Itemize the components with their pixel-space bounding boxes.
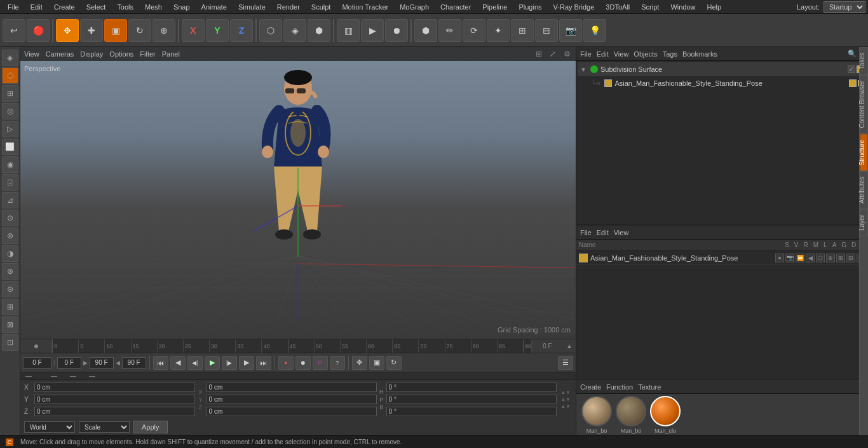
mat-menu-function[interactable]: Function — [606, 383, 633, 391]
om-search-icon[interactable]: 🔍 — [848, 50, 857, 58]
end-frame-input[interactable] — [90, 357, 114, 369]
deform-button[interactable]: ⟳ — [463, 19, 485, 42]
render-button[interactable]: ▶ — [361, 19, 384, 42]
start-frame-input[interactable] — [57, 357, 81, 369]
rotate-tool-button[interactable]: ↻ — [128, 19, 151, 42]
om-menu-bookmarks[interactable]: Bookmarks — [682, 50, 717, 58]
sidebar-tool11-button[interactable]: ⊚ — [2, 227, 18, 244]
axis-z-button[interactable]: Z — [230, 19, 253, 42]
menu-help[interactable]: Help — [702, 2, 727, 12]
vtab-structure[interactable]: Structure — [860, 134, 868, 172]
menu-edit[interactable]: Edit — [25, 2, 48, 12]
apply-button[interactable]: Apply — [133, 421, 168, 433]
autokey-button[interactable]: P — [313, 356, 328, 370]
box-tool-button[interactable]: ▣ — [104, 19, 127, 42]
paint-button[interactable]: ✏ — [438, 19, 461, 42]
menu-vray[interactable]: V-Ray Bridge — [548, 2, 600, 12]
sidebar-tool16-button[interactable]: ⊠ — [2, 316, 18, 333]
timeline[interactable]: 0 5 10 15 20 25 30 35 40 45 50 55 — [20, 339, 576, 353]
om-menu-view[interactable]: View — [614, 50, 629, 58]
om-row-subdivision[interactable]: ▼ Subdivision Surface ✓ — [578, 62, 867, 76]
scale-dropdown[interactable]: Scale — [79, 421, 130, 433]
sidebar-tool12-button[interactable]: ◑ — [2, 245, 18, 262]
sidebar-motion-button[interactable]: ▷ — [2, 121, 18, 137]
world-dropdown[interactable]: World — [24, 421, 75, 433]
viewport-menu-options[interactable]: Options — [109, 50, 133, 58]
mat-swatch-2[interactable]: Man_bo — [616, 396, 646, 434]
menu-mesh[interactable]: Mesh — [140, 2, 167, 12]
pb-mode3-button[interactable]: ↻ — [386, 356, 402, 370]
attr-r-icon[interactable]: ⏩ — [796, 254, 804, 262]
mat-menu-create[interactable]: Create — [580, 383, 601, 391]
viewport-menu-filter[interactable]: Filter — [140, 50, 155, 58]
render-anim-button[interactable]: ⏺ — [385, 19, 408, 42]
scale-y-input[interactable] — [207, 395, 377, 404]
light-button[interactable]: 💡 — [583, 19, 606, 42]
viewport-icon-layout[interactable]: ⊞ — [534, 49, 544, 59]
sidebar-tool13-button[interactable]: ⊛ — [2, 263, 18, 280]
om-content[interactable]: ▼ Subdivision Surface ✓ └ ○ — [576, 61, 868, 224]
om-expand-icon[interactable]: ▼ — [580, 66, 588, 73]
scale-x-input[interactable] — [207, 383, 377, 392]
om-menu-file[interactable]: File — [580, 50, 592, 58]
viewport-menu-panel[interactable]: Panel — [162, 50, 180, 58]
layout-select[interactable]: Startup — [824, 1, 865, 13]
sidebar-tool14-button[interactable]: ⊝ — [2, 281, 18, 297]
loop-button[interactable]: ● — [278, 356, 294, 370]
attr-menu-file[interactable]: File — [580, 229, 592, 236]
attr-g-icon[interactable]: ⊞ — [836, 254, 845, 262]
attr-menu-view[interactable]: View — [614, 229, 629, 236]
play-button[interactable]: ▶ — [205, 356, 220, 370]
sidebar-uv-button[interactable]: ⊞ — [2, 85, 18, 102]
perspective-button[interactable]: ⬢ — [414, 19, 437, 42]
om-menu-edit[interactable]: Edit — [597, 50, 609, 58]
rot-p-input[interactable] — [386, 395, 557, 404]
om-menu-objects[interactable]: Objects — [634, 50, 657, 58]
menu-script[interactable]: Script — [636, 2, 664, 12]
sidebar-sphere-button[interactable]: ◉ — [2, 156, 18, 173]
camera-button[interactable]: 📷 — [559, 19, 582, 42]
menu-simulate[interactable]: Simulate — [233, 2, 271, 12]
sidebar-tool10-button[interactable]: ⊙ — [2, 210, 18, 226]
menu-select[interactable]: Select — [81, 2, 111, 12]
menu-create[interactable]: Create — [49, 2, 80, 12]
menu-mograph[interactable]: MoGraph — [395, 2, 434, 12]
vtab-takes[interactable]: Takes — [860, 47, 868, 75]
viewport-menu-view[interactable]: View — [24, 50, 39, 58]
sidebar-tool9-button[interactable]: ⊿ — [2, 192, 18, 208]
attr-d-icon[interactable]: ⊟ — [846, 254, 855, 262]
rot-h-input[interactable] — [386, 383, 557, 392]
axis-x-button[interactable]: X — [182, 19, 205, 42]
attr-v-icon[interactable]: 📷 — [785, 254, 794, 262]
select-tool-button[interactable]: ✥ — [56, 19, 79, 42]
attr-row-character[interactable]: Asian_Man_Fashionable_Style_Standing_Pos… — [576, 251, 868, 265]
viewport-icon-settings[interactable]: ⚙ — [562, 49, 572, 59]
view-object-button[interactable]: ⬡ — [259, 19, 282, 42]
attr-menu-edit[interactable]: Edit — [597, 229, 609, 236]
pb-mode2-button[interactable]: ▣ — [369, 356, 384, 370]
sidebar-model-button[interactable]: ◈ — [2, 50, 18, 66]
sidebar-tool15-button[interactable]: ⊞ — [2, 299, 18, 315]
sidebar-cylinder-button[interactable]: ⌺ — [2, 174, 18, 191]
axis-y-button[interactable]: Y — [206, 19, 229, 42]
redo-button[interactable]: 🔴 — [27, 19, 50, 42]
end-frame2-input[interactable] — [122, 357, 146, 369]
mat-swatch-3[interactable]: Man_clo — [650, 396, 681, 434]
menu-render[interactable]: Render — [272, 2, 305, 12]
menu-plugins[interactable]: Plugins — [513, 2, 546, 12]
menu-sculpt[interactable]: Sculpt — [306, 2, 336, 12]
rewind-to-start-button[interactable]: ⏮ — [153, 356, 168, 370]
viewport[interactable]: View Cameras Display Options Filter Pane… — [20, 47, 576, 339]
mat-menu-texture[interactable]: Texture — [638, 383, 661, 391]
om-menu-tags[interactable]: Tags — [663, 50, 677, 58]
om-row-character[interactable]: └ ○ Asian_Man_Fashionable_Style_Standing… — [578, 76, 867, 90]
timeline-view-button[interactable]: ☰ — [558, 356, 573, 370]
info-button[interactable]: ? — [330, 356, 345, 370]
mat-swatch-1[interactable]: Man_bo — [581, 396, 612, 434]
record-button[interactable]: ⏺ — [295, 356, 311, 370]
menu-animate[interactable]: Animate — [196, 2, 232, 12]
next-frame-button[interactable]: ▶ — [239, 356, 254, 370]
vtab-content-browser[interactable]: Content Browser — [860, 75, 868, 133]
menu-pipeline[interactable]: Pipeline — [477, 2, 512, 12]
attr-a-icon[interactable]: ⊕ — [826, 254, 835, 262]
